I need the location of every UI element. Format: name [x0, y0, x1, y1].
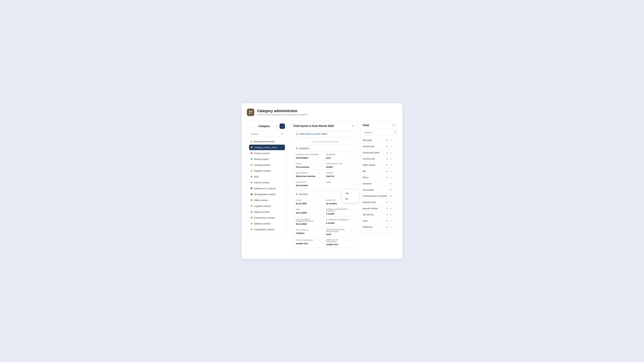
- field-dots[interactable]: ···: [319, 219, 321, 222]
- field-settings-icon[interactable]: ◎: [389, 219, 392, 222]
- field-settings-icon[interactable]: ◎: [389, 207, 392, 210]
- field-search-input[interactable]: [364, 131, 393, 134]
- field-dots[interactable]: ···: [349, 219, 352, 221]
- field-drag-icon[interactable]: ✱: [389, 188, 392, 191]
- field-settings-icon[interactable]: ◎: [389, 139, 392, 142]
- field-drag-icon[interactable]: ✱: [386, 219, 388, 222]
- category-item-service[interactable]: Service contract: [249, 150, 285, 156]
- field-dots[interactable]: ···: [349, 209, 352, 212]
- field-dots[interactable]: ···: [319, 229, 321, 231]
- field-drag-icon[interactable]: ✱: [386, 170, 388, 173]
- field-dots[interactable]: ···: [393, 183, 394, 185]
- field-dots[interactable]: ···: [393, 189, 394, 191]
- field-dots[interactable]: ···: [393, 164, 394, 166]
- field-settings-icon[interactable]: ◎: [389, 170, 392, 173]
- field-drag-icon[interactable]: ✱: [386, 157, 388, 160]
- field-settings-icon[interactable]: ◎: [389, 213, 392, 216]
- field-cell-6: TRIAL PERIOD ··· 2 Weeks: [294, 227, 324, 237]
- field-drag-icon[interactable]: ✱: [386, 176, 388, 179]
- category-search-input[interactable]: [251, 133, 280, 135]
- field-settings-icon[interactable]: ◎: [389, 145, 392, 148]
- dropdown-option-yes[interactable]: Yes: [342, 191, 359, 196]
- category-item-construction[interactable]: Construction contract: [249, 215, 285, 221]
- field-dots[interactable]: ···: [319, 172, 321, 174]
- category-item-partner[interactable]: Partner contract: [249, 180, 285, 185]
- field-drag-icon[interactable]: ✱: [386, 207, 388, 210]
- field-dots[interactable]: ···: [319, 239, 321, 242]
- field-dots[interactable]: ···: [393, 214, 394, 216]
- field-dots[interactable]: ···: [319, 163, 321, 165]
- category-item-logistics[interactable]: Logistics contract: [249, 203, 285, 209]
- field-dots[interactable]: ···: [319, 181, 321, 184]
- field-settings-icon[interactable]: ◎: [389, 157, 392, 160]
- field-label: OBJECT ···: [326, 172, 352, 174]
- field-dots[interactable]: ···: [349, 153, 352, 156]
- field-settings-icon[interactable]: ◎: [389, 151, 392, 154]
- field-drag-icon[interactable]: ✱: [389, 182, 392, 185]
- category-item-leasing[interactable]: Leasing contract: [249, 162, 285, 168]
- section-dots[interactable]: ···: [350, 147, 352, 150]
- field-value: 30.12.2024: [296, 212, 321, 214]
- left-panel: ← Category + → Employment contract: [247, 121, 287, 235]
- add-field-layout-button[interactable]: +: [352, 124, 354, 128]
- category-item-agency[interactable]: Agency contract: [249, 209, 285, 215]
- field-label: START INSURANCE ···: [296, 239, 321, 242]
- field-value: yess: [326, 157, 352, 159]
- category-item-leasing_contract_2024[interactable]: Leasing_contract_2024 →: [249, 145, 285, 150]
- field-dots[interactable]: ···: [393, 158, 394, 160]
- field-dots[interactable]: ···: [349, 163, 352, 165]
- new-layout-dots[interactable]: ···: [349, 133, 351, 135]
- field-dots[interactable]: ···: [349, 172, 352, 174]
- category-item-delivery[interactable]: Delivery contract: [249, 221, 285, 226]
- field-dots[interactable]: ···: [393, 226, 394, 228]
- field-drag-icon[interactable]: ✱: [386, 139, 388, 142]
- field-dots[interactable]: ···: [393, 151, 394, 154]
- field-dots[interactable]: ···: [319, 208, 321, 211]
- field-drag-icon[interactable]: ✱: [389, 195, 392, 198]
- field-settings-icon[interactable]: ◎: [389, 176, 392, 179]
- category-dot: [251, 205, 252, 207]
- field-drag-icon[interactable]: ✱: [386, 213, 388, 216]
- category-item-software[interactable]: Software & IT contract: [249, 186, 285, 191]
- field-dots[interactable]: ···: [319, 199, 321, 202]
- field-label: LAST POSSIBLE TERMINATION DATE ···: [296, 219, 321, 222]
- field-drag-icon[interactable]: ✱: [386, 145, 388, 148]
- add-category-button[interactable]: +: [276, 124, 278, 128]
- field-cell-4: LAST POSSIBLE TERMINATION DATE ··· 30.11…: [294, 217, 324, 227]
- field-dots[interactable]: ···: [393, 220, 394, 222]
- field-drag-icon[interactable]: ✱: [386, 151, 388, 154]
- field-dots[interactable]: ···: [393, 176, 394, 179]
- field-search-icon: [394, 131, 396, 134]
- field-drag-icon[interactable]: ✱: [386, 226, 388, 229]
- field-dots[interactable]: ···: [393, 201, 394, 203]
- field-drag-icon[interactable]: ✱: [386, 164, 388, 167]
- field-cell-8: START INSURANCE ··· sample text: [294, 237, 324, 248]
- category-item-supplier[interactable]: Supplier contract: [249, 168, 285, 174]
- category-item-employment[interactable]: Employment contract: [249, 139, 285, 144]
- category-item-nda[interactable]: NDA: [249, 174, 285, 179]
- add-field-button[interactable]: +: [392, 123, 394, 127]
- field-settings-icon[interactable]: ◎: [389, 201, 392, 204]
- field-settings-icon[interactable]: ◎: [389, 164, 392, 167]
- field-label: CANCELLATION PERIOD IN MONTH ···: [326, 208, 352, 212]
- field-dots[interactable]: ···: [393, 145, 394, 148]
- navigate-button[interactable]: →: [280, 123, 285, 129]
- dropdown-option-no[interactable]: No: [342, 196, 359, 202]
- field-dots[interactable]: ···: [349, 229, 352, 232]
- field-dots[interactable]: ···: [393, 139, 394, 141]
- field-cell-6: INSURANCE ··· all included: [294, 179, 324, 189]
- app-icon: [247, 109, 254, 116]
- category-item-development[interactable]: Development contract: [249, 192, 285, 197]
- field-dots[interactable]: ···: [393, 207, 394, 210]
- field-drag-icon[interactable]: ✱: [386, 201, 388, 204]
- field-dots[interactable]: ···: [319, 153, 321, 156]
- category-item-rental[interactable]: Rental contract: [249, 156, 285, 162]
- field-dots[interactable]: ···: [393, 195, 394, 197]
- field-dots[interactable]: ···: [349, 181, 352, 184]
- field-settings-icon[interactable]: ◎: [389, 226, 392, 229]
- back-button[interactable]: ←: [249, 124, 253, 128]
- category-item-cooperation[interactable]: Cooperation contract: [249, 227, 285, 232]
- category-item-utility[interactable]: Utility contract: [249, 197, 285, 203]
- field-dots[interactable]: ···: [393, 170, 394, 172]
- field-dots[interactable]: ···: [349, 240, 352, 242]
